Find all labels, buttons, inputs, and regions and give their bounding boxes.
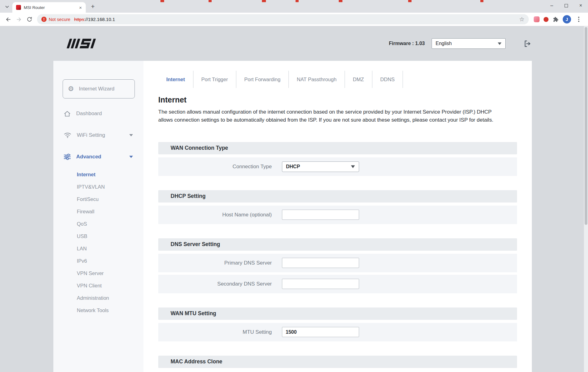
browser-tab[interactable]: MSI Router × (12, 2, 86, 13)
language-select[interactable]: English (432, 38, 506, 49)
recording-extension-icon[interactable] (544, 17, 549, 22)
sidebar-item-vpn-server[interactable]: VPN Server (53, 267, 143, 279)
forward-button[interactable] (14, 14, 24, 25)
firmware-version: Firmware : 1.03 (389, 41, 425, 46)
connection-type-label: Connection Type (158, 164, 272, 170)
msi-favicon-icon (16, 5, 21, 10)
host-name-input[interactable] (282, 210, 359, 220)
chevron-down-icon (498, 41, 502, 46)
page-title: Internet (158, 95, 517, 104)
main-content: Internet Port Trigger Port Forwarding NA… (143, 61, 532, 372)
section-dns-server-setting: DNS Server Setting Primary DNS Server Se… (158, 238, 517, 293)
tab-port-trigger[interactable]: Port Trigger (193, 71, 236, 88)
capture-artifact (296, 0, 299, 2)
section-header: WAN MTU Setting (158, 307, 517, 320)
scrollbar-thumb[interactable] (585, 27, 587, 225)
section-mac-address-clone: MAC Address Clone (158, 356, 517, 368)
sliders-icon (64, 154, 71, 160)
sidebar-item-internet[interactable]: Internet (53, 168, 143, 181)
sidebar-item-wifi-setting[interactable]: WiFi Setting (53, 124, 143, 146)
capture-artifact (480, 0, 483, 2)
sidebar-item-administration[interactable]: Administration (53, 292, 143, 304)
connection-type-value: DHCP (286, 164, 300, 169)
url-text: ://192.168.10.1 (84, 17, 115, 22)
sidebar-item-internet-wizard[interactable]: ⚙ Internet Wizard (63, 79, 135, 98)
tab-ddns[interactable]: DDNS (372, 71, 403, 88)
section-dhcp-setting: DHCP Setting Host Name (optional) (158, 190, 517, 224)
wifi-icon (64, 132, 71, 138)
tab-search-button[interactable] (3, 3, 11, 11)
close-window-button[interactable]: × (574, 0, 588, 11)
content-card: ⚙ Internet Wizard Dashboard WiFi Setting (53, 61, 532, 372)
tab-port-forwarding[interactable]: Port Forwarding (236, 71, 288, 88)
back-button[interactable] (3, 14, 14, 25)
url-protocol: https (74, 17, 84, 22)
host-name-label: Host Name (optional) (158, 212, 272, 218)
primary-dns-label: Primary DNS Server (158, 260, 272, 266)
logout-button[interactable] (524, 40, 532, 48)
browser-toolbar: ! Not secure https ://192.168.10.1 ☆ J (0, 13, 588, 26)
section-header: DHCP Setting (158, 190, 517, 203)
form-row: Connection Type DHCP (158, 157, 517, 176)
capture-artifact (262, 0, 266, 2)
advanced-submenu: Internet IPTV&VLAN FortiSecu Firewall Qo… (53, 168, 143, 316)
tab-dmz[interactable]: DMZ (345, 71, 372, 88)
capture-artifact (339, 0, 342, 2)
sidebar-item-fortisecu[interactable]: FortiSecu (53, 193, 143, 205)
sidebar-item-ipv6[interactable]: IPv6 (53, 255, 143, 267)
reload-button[interactable] (24, 14, 35, 25)
chevron-down-icon (351, 164, 355, 169)
secondary-dns-label: Secondary DNS Server (158, 281, 272, 287)
internet-tabs: Internet Port Trigger Port Forwarding NA… (158, 71, 517, 88)
tab-internet[interactable]: Internet (158, 71, 193, 88)
sidebar-item-label: Internet Wizard (79, 86, 114, 92)
sidebar-item-label: Advanced (76, 154, 101, 160)
browser-tab-strip: MSI Router × + – × (0, 0, 588, 13)
minimize-button[interactable]: – (545, 0, 559, 11)
sidebar-item-vpn-client[interactable]: VPN Client (53, 279, 143, 292)
capture-artifact (408, 0, 412, 2)
extensions-puzzle-icon[interactable] (553, 16, 559, 23)
bookmark-star-icon[interactable]: ☆ (519, 16, 524, 23)
address-bar[interactable]: ! Not secure https ://192.168.10.1 ☆ (37, 14, 529, 24)
capture-artifact (209, 0, 212, 2)
sidebar-item-qos[interactable]: QoS (53, 218, 143, 230)
tab-title: MSI Router (24, 5, 75, 10)
browser-menu-icon[interactable] (575, 15, 582, 24)
new-tab-button[interactable]: + (89, 2, 97, 11)
security-chip[interactable]: Not secure (49, 17, 70, 22)
sidebar-item-label: Dashboard (76, 111, 102, 117)
secondary-dns-input[interactable] (282, 279, 359, 289)
tab-separator (403, 71, 403, 88)
sidebar-item-lan[interactable]: LAN (53, 242, 143, 255)
window-controls: – × (545, 0, 588, 11)
close-tab-icon[interactable]: × (78, 5, 83, 10)
extension-cluster: J (531, 15, 585, 24)
sidebar-item-dashboard[interactable]: Dashboard (53, 103, 143, 124)
form-row: Host Name (optional) (158, 206, 517, 224)
profile-avatar[interactable]: J (563, 15, 571, 23)
forward-arrow-icon (16, 16, 22, 23)
maximize-button[interactable] (559, 0, 574, 11)
sidebar-item-usb[interactable]: USB (53, 230, 143, 242)
sidebar-item-advanced[interactable]: Advanced (53, 146, 143, 168)
tab-nat-passthrough[interactable]: NAT Passthrough (289, 71, 345, 88)
page-scrollbar[interactable] (584, 26, 588, 372)
mtu-setting-input[interactable] (282, 327, 359, 337)
gear-icon: ⚙ (68, 86, 74, 92)
extension-icon[interactable] (534, 16, 540, 22)
sidebar-item-iptv-vlan[interactable]: IPTV&VLAN (53, 181, 143, 193)
section-header: MAC Address Clone (158, 356, 517, 368)
page-description: The section allows manual configuration … (158, 108, 506, 124)
primary-dns-input[interactable] (282, 258, 359, 268)
sidebar-item-firewall[interactable]: Firewall (53, 205, 143, 218)
language-value: English (436, 41, 452, 46)
sidebar: ⚙ Internet Wizard Dashboard WiFi Setting (53, 61, 143, 372)
section-header: WAN Connection Type (158, 142, 517, 154)
section-wan-mtu-setting: WAN MTU Setting MTU Setting (158, 307, 517, 341)
chevron-down-icon (129, 156, 133, 158)
sidebar-item-network-tools[interactable]: Network Tools (53, 304, 143, 316)
connection-type-select[interactable]: DHCP (282, 161, 359, 172)
form-row: Primary DNS Server (158, 254, 517, 272)
not-secure-icon: ! (41, 17, 47, 22)
